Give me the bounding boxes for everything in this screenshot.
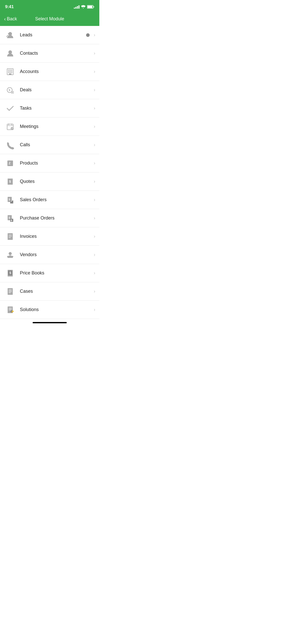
svg-rect-2 <box>93 6 94 8</box>
module-label-tasks: Tasks <box>20 106 94 111</box>
module-item-meetings[interactable]: Meetings› <box>0 118 99 136</box>
module-item-deals[interactable]: $ Deals› <box>0 81 99 99</box>
svg-rect-7 <box>8 70 9 70</box>
invoices-icon <box>4 230 16 243</box>
module-item-purchase-orders[interactable]: $ Purchase Orders› <box>0 209 99 227</box>
chevron-right-icon-deals: › <box>94 87 95 93</box>
svg-point-43 <box>12 256 13 257</box>
svg-rect-10 <box>8 71 9 72</box>
chevron-right-icon-contacts: › <box>94 51 95 56</box>
chevron-right-icon-leads: › <box>94 32 95 38</box>
module-label-quotes: Quotes <box>20 179 94 184</box>
leads-icon <box>4 29 16 41</box>
status-icons <box>74 5 94 9</box>
svg-rect-8 <box>10 70 11 70</box>
svg-point-4 <box>8 33 9 34</box>
back-button[interactable]: ‹ Back <box>4 16 17 22</box>
module-label-purchase-orders: Purchase Orders <box>20 215 94 221</box>
battery-icon <box>87 5 94 9</box>
svg-rect-12 <box>11 71 12 72</box>
price-books-icon: $ <box>4 267 16 279</box>
status-bar: 9:41 <box>0 0 99 13</box>
chevron-right-icon-purchase-orders: › <box>94 215 95 221</box>
chevron-right-icon-calls: › <box>94 142 95 148</box>
home-indicator <box>0 319 99 325</box>
module-item-solutions[interactable]: 🔑 Solutions› <box>0 301 99 319</box>
svg-rect-16 <box>9 74 11 75</box>
module-label-calls: Calls <box>20 142 94 148</box>
module-label-price-books: Price Books <box>20 270 94 276</box>
svg-point-5 <box>8 50 12 54</box>
chevron-right-icon-sales-orders: › <box>94 197 95 202</box>
purchase-orders-icon: $ <box>4 212 16 224</box>
signal-icon <box>74 5 79 9</box>
module-item-products[interactable]: Z Products› <box>0 154 99 172</box>
svg-text:Z: Z <box>9 162 10 165</box>
module-item-calls[interactable]: Calls› <box>0 136 99 154</box>
svg-rect-11 <box>10 71 11 72</box>
svg-text:$: $ <box>9 180 11 183</box>
chevron-right-icon-accounts: › <box>94 69 95 74</box>
contacts-icon <box>4 47 16 60</box>
svg-text:$: $ <box>9 89 10 92</box>
status-time: 9:41 <box>5 4 14 9</box>
svg-rect-37 <box>8 233 13 240</box>
chevron-right-icon-invoices: › <box>94 234 95 239</box>
svg-rect-47 <box>8 288 13 295</box>
back-chevron-icon: ‹ <box>4 16 6 21</box>
chevron-right-icon-products: › <box>94 160 95 166</box>
module-item-invoices[interactable]: Invoices› <box>0 227 99 246</box>
nav-bar: ‹ Back Select Module <box>0 13 99 26</box>
chevron-right-icon-solutions: › <box>94 307 95 312</box>
module-item-sales-orders[interactable]: $ Sales Orders› <box>0 191 99 209</box>
deals-icon: $ <box>4 84 16 96</box>
module-item-tasks[interactable]: Tasks› <box>0 99 99 118</box>
module-label-contacts: Contacts <box>20 51 94 56</box>
cases-icon <box>4 285 16 298</box>
svg-text:🔑: 🔑 <box>11 310 14 313</box>
products-icon: Z <box>4 157 16 169</box>
module-label-products: Products <box>20 160 94 166</box>
module-label-leads: Leads <box>20 32 86 38</box>
module-label-sales-orders: Sales Orders <box>20 197 94 202</box>
sales-orders-icon: $ <box>4 194 16 206</box>
module-item-quotes[interactable]: $ Quotes› <box>0 172 99 191</box>
svg-text:$: $ <box>9 271 11 275</box>
chevron-right-icon-tasks: › <box>94 106 95 111</box>
calls-icon <box>4 139 16 151</box>
module-label-solutions: Solutions <box>20 307 94 312</box>
accounts-icon <box>4 66 16 78</box>
module-label-invoices: Invoices <box>20 234 94 239</box>
quotes-icon: $ <box>4 175 16 188</box>
tasks-icon <box>4 102 16 114</box>
meetings-icon <box>4 121 16 133</box>
module-item-vendors[interactable]: Vendors› <box>0 246 99 264</box>
chevron-right-icon-price-books: › <box>94 270 95 276</box>
module-item-contacts[interactable]: Contacts› <box>0 44 99 63</box>
svg-rect-9 <box>11 70 12 70</box>
module-item-accounts[interactable]: Accounts› <box>0 63 99 81</box>
vendors-icon <box>4 249 16 261</box>
home-indicator-bar <box>33 322 67 323</box>
svg-text:$: $ <box>9 216 10 219</box>
page-title: Select Module <box>35 16 64 22</box>
solutions-icon: 🔑 <box>4 304 16 316</box>
module-item-price-books[interactable]: $ Price Books› <box>0 264 99 282</box>
svg-text:$: $ <box>9 198 10 201</box>
module-label-vendors: Vendors <box>20 252 94 257</box>
module-label-accounts: Accounts <box>20 69 94 74</box>
back-label: Back <box>7 16 17 22</box>
svg-point-42 <box>7 256 9 257</box>
module-list: Leads› Contacts› Accounts› $ Deals› Task… <box>0 26 99 319</box>
chevron-right-icon-meetings: › <box>94 124 95 129</box>
svg-rect-1 <box>88 6 92 8</box>
chevron-right-icon-cases: › <box>94 289 95 294</box>
module-item-leads[interactable]: Leads› <box>0 26 99 44</box>
svg-point-41 <box>9 252 12 255</box>
svg-point-25 <box>11 127 13 130</box>
svg-rect-15 <box>11 72 12 73</box>
module-item-cases[interactable]: Cases› <box>0 282 99 301</box>
module-label-meetings: Meetings <box>20 124 94 129</box>
svg-rect-14 <box>10 72 11 73</box>
chevron-right-icon-vendors: › <box>94 252 95 257</box>
